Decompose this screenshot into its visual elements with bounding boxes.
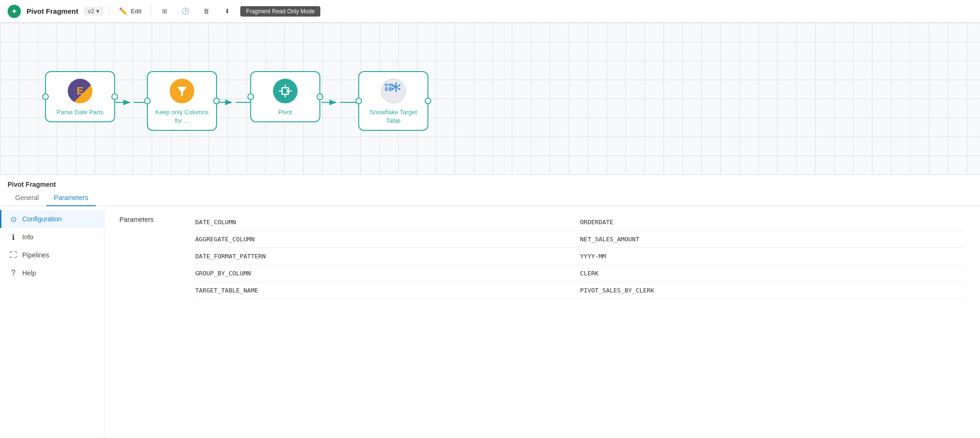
separator-2 bbox=[151, 6, 151, 17]
node-label-snowflake: Snowflake Target Table bbox=[364, 108, 423, 125]
svg-point-16 bbox=[392, 84, 394, 86]
version-chevron: ▾ bbox=[96, 8, 100, 15]
panel-body: ⊙ Configuration ℹ Info ⛶ Pipelines ? Hel… bbox=[0, 206, 980, 438]
version-selector[interactable]: v2 ▾ bbox=[84, 7, 103, 16]
node-label-pivot: Pivot bbox=[279, 108, 292, 117]
node-keep-columns[interactable]: Keep only Columns for ... bbox=[147, 71, 217, 131]
readonly-badge: Fragment Read Only Mode bbox=[240, 6, 320, 17]
node-label-filter: Keep only Columns for ... bbox=[153, 108, 211, 125]
svg-rect-8 bbox=[385, 83, 392, 91]
edit-button[interactable]: ✏️ Edit bbox=[115, 5, 145, 18]
tab-general[interactable]: General bbox=[8, 190, 46, 206]
sidebar-label-pipelines: Pipelines bbox=[22, 251, 49, 259]
delete-icon: 🗑 bbox=[203, 8, 209, 15]
param-value: NET_SALES_AMOUNT bbox=[580, 236, 965, 243]
node-right-dot-2 bbox=[213, 98, 220, 104]
node-right-dot-3 bbox=[317, 93, 323, 100]
param-key: AGGREGATE_COLUMN bbox=[195, 236, 580, 243]
param-key: TARGET_TABLE_NAME bbox=[195, 287, 580, 294]
svg-point-15 bbox=[395, 90, 397, 92]
panel-tabs: General Parameters bbox=[0, 190, 980, 206]
param-value: PIVOT_SALES_BY_CLERK bbox=[580, 287, 965, 294]
sidebar-label-help: Help bbox=[22, 269, 36, 277]
sidebar: ⊙ Configuration ℹ Info ⛶ Pipelines ? Hel… bbox=[0, 206, 104, 438]
tab-parameters[interactable]: Parameters bbox=[46, 190, 96, 206]
sidebar-item-info[interactable]: ℹ Info bbox=[0, 228, 104, 246]
edit-label: Edit bbox=[131, 8, 141, 15]
pipelines-icon: ⛶ bbox=[9, 251, 18, 259]
sidebar-item-configuration[interactable]: ⊙ Configuration bbox=[0, 210, 104, 228]
sidebar-item-help[interactable]: ? Help bbox=[0, 264, 104, 282]
param-value: CLERK bbox=[580, 270, 965, 277]
delete-button[interactable]: 🗑 bbox=[199, 4, 214, 19]
node-left-dot-3 bbox=[247, 93, 254, 100]
parameters-content: Parameters DATE_COLUMN ORDERDATE AGGREGA… bbox=[104, 206, 980, 438]
params-section-label: Parameters bbox=[119, 214, 176, 223]
node-icon-pivot bbox=[273, 79, 298, 103]
node-snowflake[interactable]: Snowflake Target Table bbox=[358, 71, 428, 131]
param-value: ORDERDATE bbox=[580, 219, 965, 226]
node-parse-date-parts[interactable]: E Parse Date Parts bbox=[45, 71, 115, 122]
node-right-dot-4 bbox=[425, 98, 431, 104]
svg-point-14 bbox=[395, 82, 397, 84]
params-section: Parameters DATE_COLUMN ORDERDATE AGGREGA… bbox=[119, 214, 965, 299]
download-button[interactable]: ⬇ bbox=[219, 4, 235, 19]
app-logo: ✦ bbox=[8, 5, 21, 18]
sidebar-label-configuration: Configuration bbox=[22, 215, 62, 223]
sidebar-label-info: Info bbox=[22, 233, 33, 241]
sidebar-item-pipelines[interactable]: ⛶ Pipelines bbox=[0, 246, 104, 264]
compare-button[interactable]: ⊞ bbox=[157, 4, 172, 19]
info-icon: ℹ bbox=[9, 233, 18, 241]
version-label: v2 bbox=[88, 8, 94, 15]
param-row: DATE_FORMAT_PATTERN YYYY-MM bbox=[195, 248, 965, 265]
pivot-svg bbox=[278, 84, 292, 98]
snowflake-svg bbox=[384, 82, 403, 100]
node-label-parse: Parse Date Parts bbox=[57, 108, 104, 117]
node-icon-parse: E bbox=[68, 79, 92, 103]
svg-marker-6 bbox=[177, 87, 187, 96]
topbar: ✦ Pivot Fragment v2 ▾ ✏️ Edit ⊞ 🕐 🗑 ⬇ Fr… bbox=[0, 0, 980, 23]
param-row: AGGREGATE_COLUMN NET_SALES_AMOUNT bbox=[195, 231, 965, 248]
separator-1 bbox=[109, 6, 109, 17]
node-icon-snowflake bbox=[381, 79, 406, 103]
param-key: DATE_FORMAT_PATTERN bbox=[195, 253, 580, 260]
param-row: DATE_COLUMN ORDERDATE bbox=[195, 214, 965, 231]
node-left-dot bbox=[42, 93, 49, 100]
canvas: E Parse Date Parts Keep only Columns for… bbox=[0, 23, 980, 174]
param-row: GROUP_BY_COLUMN CLERK bbox=[195, 265, 965, 282]
node-pivot[interactable]: Pivot bbox=[250, 71, 320, 122]
node-left-dot-2 bbox=[144, 98, 151, 104]
app-title: Pivot Fragment bbox=[27, 7, 78, 15]
param-key: DATE_COLUMN bbox=[195, 219, 580, 226]
download-icon: ⬇ bbox=[225, 8, 230, 15]
bottom-panel: Pivot Fragment General Parameters ⊙ Conf… bbox=[0, 174, 980, 438]
params-table: DATE_COLUMN ORDERDATE AGGREGATE_COLUMN N… bbox=[195, 214, 965, 299]
svg-point-17 bbox=[399, 84, 400, 86]
param-key: GROUP_BY_COLUMN bbox=[195, 270, 580, 277]
edit-icon: ✏️ bbox=[119, 7, 128, 16]
param-row: TARGET_TABLE_NAME PIVOT_SALES_BY_CLERK bbox=[195, 282, 965, 299]
svg-point-19 bbox=[399, 88, 400, 90]
panel-title: Pivot Fragment bbox=[0, 175, 980, 188]
compare-icon: ⊞ bbox=[162, 8, 167, 15]
svg-point-18 bbox=[392, 88, 394, 90]
history-icon: 🕐 bbox=[181, 8, 190, 15]
node-left-dot-4 bbox=[355, 98, 362, 104]
filter-svg bbox=[175, 84, 189, 98]
help-icon: ? bbox=[9, 269, 18, 277]
logo-symbol: ✦ bbox=[11, 8, 17, 15]
configuration-icon: ⊙ bbox=[9, 215, 18, 223]
node-right-dot bbox=[111, 93, 118, 100]
param-value: YYYY-MM bbox=[580, 253, 965, 260]
parse-icon-letter: E bbox=[77, 85, 84, 97]
history-button[interactable]: 🕐 bbox=[178, 4, 193, 19]
node-icon-filter bbox=[170, 79, 194, 103]
